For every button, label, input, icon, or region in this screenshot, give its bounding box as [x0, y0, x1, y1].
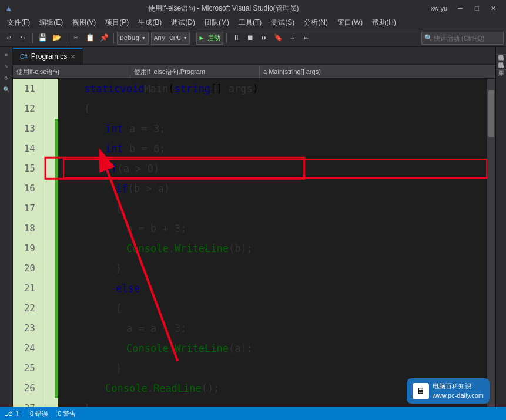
debug-mode-dropdown[interactable]: Debug ▾	[117, 32, 149, 45]
maximize-button[interactable]: □	[468, 0, 485, 16]
sidebar-icon-3[interactable]: ⚙	[1, 73, 12, 83]
breakpoint-dot[interactable]	[45, 258, 55, 278]
breakpoint-dot[interactable]	[45, 219, 55, 238]
search-box[interactable]: 🔍	[421, 32, 504, 45]
toolbar-btn-debug6[interactable]: ⇤	[300, 32, 313, 45]
line-number: 12	[13, 99, 40, 119]
code-line[interactable]: {	[63, 99, 487, 119]
code-line[interactable]: }	[63, 258, 487, 278]
class-dropdown[interactable]: 使用if_else语句.Program	[130, 65, 260, 78]
code-line[interactable]: else	[63, 278, 487, 298]
right-panel-item-2[interactable]: 团队代码锁编辑器	[496, 55, 506, 62]
breakpoint-dot[interactable]	[45, 119, 55, 139]
toolbar-sep-3	[113, 33, 114, 43]
menu-project[interactable]: 项目(P)	[100, 16, 133, 29]
toolbar-btn-debug1[interactable]: ⏸	[230, 32, 243, 45]
code-line[interactable]: }	[63, 358, 487, 378]
breakpoint-dot[interactable]	[45, 318, 55, 338]
code-line[interactable]: static void Main(string[] args)	[63, 79, 487, 99]
menu-file[interactable]: 文件(F)	[2, 16, 35, 29]
code-line[interactable]: Console.WriteLine(a);	[63, 338, 487, 358]
breakpoint-dot[interactable]	[45, 199, 55, 219]
user-info: xw yu	[431, 5, 447, 12]
toolbar-btn-4[interactable]: 📋	[83, 32, 96, 45]
menu-window[interactable]: 窗口(W)	[333, 16, 367, 29]
toolbar-btn-3[interactable]: ✂	[69, 32, 82, 45]
tab-cs-icon: C#	[20, 53, 28, 60]
sidebar-icon-1[interactable]: ≡	[1, 49, 12, 60]
right-panel-item-3[interactable]: 测序	[496, 62, 506, 70]
code-editor: 1112131415161718192021222324252627 stati…	[13, 79, 495, 420]
right-panel-item-1[interactable]: 好友代码锁编辑器	[496, 47, 506, 55]
line-number: 19	[13, 238, 40, 258]
menu-team[interactable]: 团队(M)	[200, 16, 234, 29]
vertical-scrollbar[interactable]	[487, 79, 495, 420]
menu-help[interactable]: 帮助(H)	[367, 16, 401, 29]
status-warnings: 0 警告	[58, 409, 76, 418]
menu-analyze[interactable]: 分析(N)	[299, 16, 333, 29]
watermark: 🖥 电脑百科知识 www.pc-daily.com	[407, 378, 490, 404]
menu-bar: 文件(F) 编辑(E) 视图(V) 项目(P) 生成(B) 调试(D) 团队(M…	[0, 16, 506, 29]
breakpoint-dot[interactable]	[45, 278, 55, 298]
toolbar-btn-debug2[interactable]: ⏹	[244, 32, 257, 45]
menu-build[interactable]: 生成(B)	[133, 16, 166, 29]
scrollbar-thumb[interactable]	[488, 90, 494, 137]
code-line[interactable]: int b = 6;	[63, 139, 487, 159]
start-button[interactable]: ▶ 启动	[196, 32, 223, 45]
code-line[interactable]: b = b + 3;	[63, 219, 487, 238]
status-branch: ⎇ 主	[5, 409, 21, 418]
title-bar-controls: ─ □ ✕	[452, 0, 501, 16]
code-line[interactable]: a = a + 3;	[63, 318, 487, 338]
breakpoint-dot[interactable]	[45, 139, 55, 159]
breakpoint-dot[interactable]	[45, 338, 55, 358]
tab-close-icon[interactable]: ✕	[71, 53, 75, 60]
breakpoint-dot[interactable]	[45, 298, 55, 318]
namespace-dropdown[interactable]: 使用if-else语句	[13, 65, 130, 78]
undo-button[interactable]: ↩	[2, 32, 15, 45]
line-number: 17	[13, 199, 40, 219]
breakpoint-dot[interactable]	[45, 179, 55, 199]
platform-dropdown[interactable]: Any CPU ▾	[151, 32, 190, 45]
line-number: 21	[13, 278, 40, 298]
menu-edit[interactable]: 编辑(E)	[35, 16, 68, 29]
redo-button[interactable]: ↪	[16, 32, 29, 45]
open-button[interactable]: 📂	[50, 32, 63, 45]
menu-debug[interactable]: 调试(D)	[166, 16, 200, 29]
line-number: 22	[13, 298, 40, 318]
breakpoint-dot[interactable]	[45, 358, 55, 378]
minimize-button[interactable]: ─	[452, 0, 468, 16]
toolbar-btn-debug4[interactable]: 🔖	[272, 32, 285, 45]
toolbar-btn-5[interactable]: 📌	[98, 32, 110, 45]
code-line[interactable]: {	[63, 298, 487, 318]
code-line[interactable]: if (b > a)	[63, 179, 487, 199]
sidebar-icon-2[interactable]: ✎	[1, 61, 12, 72]
breakpoint-dot[interactable]	[45, 79, 55, 99]
breakpoint-dot[interactable]	[45, 99, 55, 119]
close-button[interactable]: ✕	[485, 0, 501, 16]
menu-view[interactable]: 视图(V)	[68, 16, 100, 29]
toolbar: ↩ ↪ 💾 📂 ✂ 📋 📌 Debug ▾ Any CPU ▾ ▶ 启动 ⏸ ⏹…	[0, 29, 506, 47]
title-bar: ▲ 使用if-else语句 - Microsoft Visual Studio(…	[0, 0, 506, 16]
line-number: 15	[13, 159, 40, 179]
menu-test[interactable]: 测试(S)	[266, 16, 299, 29]
right-panel: 好友代码锁编辑器 团队代码锁编辑器 测序	[495, 47, 506, 420]
toolbar-btn-debug5[interactable]: ⇥	[286, 32, 299, 45]
save-button[interactable]: 💾	[36, 32, 49, 45]
toolbar-sep-2	[66, 33, 66, 43]
toolbar-btn-debug3[interactable]: ⏭	[258, 32, 271, 45]
breakpoint-dot[interactable]	[45, 159, 55, 179]
line-number: 26	[13, 378, 40, 398]
breakpoint-dot[interactable]	[45, 238, 55, 258]
quick-launch-input[interactable]	[434, 35, 492, 42]
breakpoint-dot[interactable]	[45, 378, 55, 398]
code-line[interactable]: int a = 3;	[63, 119, 487, 139]
menu-tools[interactable]: 工具(T)	[234, 16, 266, 29]
code-line[interactable]: if (a > 0)	[63, 159, 487, 179]
sidebar-icon-4[interactable]: 🔍	[1, 85, 12, 95]
toolbar-sep-1	[32, 33, 33, 43]
tab-program-cs[interactable]: C# Program.cs ✕	[13, 48, 83, 64]
code-line[interactable]: Console.WriteLine(b);	[63, 238, 487, 258]
toolbar-sep-4	[193, 33, 193, 43]
code-line[interactable]: {	[63, 199, 487, 219]
method-dropdown[interactable]: a Main(string[] args)	[260, 65, 495, 78]
